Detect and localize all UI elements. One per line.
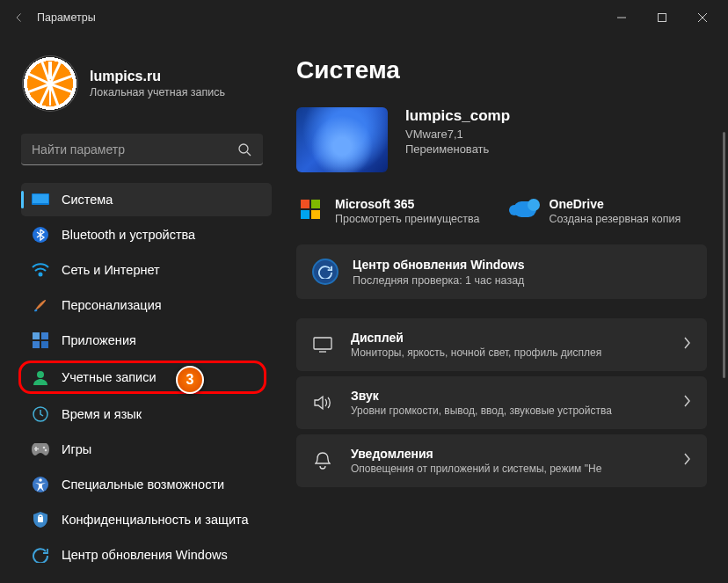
- user-block[interactable]: lumpics.ru Локальная учетная запись: [21, 44, 272, 130]
- card-sub: Оповещения от приложений и системы, режи…: [351, 463, 601, 475]
- chevron-right-icon: [682, 453, 691, 469]
- nav-personalization[interactable]: Персонализация: [21, 288, 272, 322]
- chevron-right-icon: [682, 395, 691, 411]
- nav-label: Время и язык: [62, 407, 142, 421]
- pc-wallpaper-thumb: [296, 107, 388, 172]
- card-sub: Мониторы, яркость, ночной свет, профиль …: [351, 346, 601, 359]
- window-close-button[interactable]: [682, 0, 723, 35]
- titlebar-title: Параметры: [37, 11, 96, 24]
- svg-point-1: [239, 144, 248, 153]
- display-icon: [32, 191, 49, 208]
- tile-title: Microsoft 365: [335, 197, 480, 211]
- pc-name: lumpics_comp: [405, 107, 510, 125]
- nav-apps[interactable]: Приложения: [21, 324, 272, 357]
- tile-sub: Создана резервная копия: [550, 213, 681, 225]
- sound-icon: [312, 392, 333, 413]
- update-icon: [312, 259, 339, 285]
- search-icon[interactable]: [226, 134, 263, 165]
- accessibility-icon: [32, 476, 49, 493]
- card-display[interactable]: Дисплей Мониторы, яркость, ночной свет, …: [296, 318, 707, 371]
- nav-label: Bluetooth и устройства: [62, 228, 195, 242]
- svg-rect-8: [33, 341, 40, 348]
- paintbrush-icon: [32, 296, 49, 314]
- nav-system[interactable]: Система: [21, 183, 272, 216]
- nav-label: Персонализация: [62, 298, 162, 312]
- apps-icon: [32, 332, 49, 349]
- microsoft-logo-icon: [298, 197, 323, 222]
- nav-label: Специальные возможности: [62, 477, 224, 492]
- nav: Система Bluetooth и устройства Сеть и Ин…: [21, 183, 272, 572]
- svg-rect-18: [314, 338, 331, 349]
- sidebar: lumpics.ru Локальная учетная запись Сист…: [0, 35, 277, 583]
- annotation-3-badge: 3: [176, 366, 204, 394]
- windows-update-tile[interactable]: Центр обновления Windows Последняя прове…: [296, 244, 707, 299]
- onedrive-icon: [513, 197, 537, 222]
- nav-gaming[interactable]: Игры: [21, 433, 272, 466]
- wifi-icon: [32, 261, 49, 279]
- nav-time-language[interactable]: Время и язык: [21, 397, 272, 431]
- display-outline-icon: [312, 334, 333, 355]
- window-minimize-button[interactable]: [601, 0, 642, 35]
- person-icon: [32, 368, 49, 386]
- svg-point-13: [45, 449, 47, 452]
- nav-label: Конфиденциальность и защита: [62, 513, 249, 527]
- window-maximize-button[interactable]: [642, 0, 682, 35]
- svg-point-5: [40, 273, 42, 276]
- card-title: Звук: [351, 389, 612, 403]
- pc-rename-link[interactable]: Переименовать: [405, 142, 510, 156]
- nav-label: Сеть и Интернет: [62, 263, 160, 277]
- card-notifications[interactable]: Уведомления Оповещения от приложений и с…: [296, 434, 707, 487]
- page-heading: Система: [296, 56, 707, 84]
- pc-model: VMware7,1: [405, 128, 510, 141]
- tile-title: OneDrive: [550, 197, 681, 211]
- titlebar: Параметры: [0, 0, 728, 35]
- nav-accounts[interactable]: Учетные записи: [18, 361, 266, 394]
- main-content: Система lumpics_comp VMware7,1 Переимено…: [277, 35, 728, 583]
- back-button[interactable]: [5, 0, 33, 35]
- user-type: Локальная учетная запись: [90, 86, 225, 98]
- nav-bluetooth[interactable]: Bluetooth и устройства: [21, 218, 272, 251]
- shield-icon: [32, 511, 49, 528]
- tile-onedrive[interactable]: OneDrive Создана резервная копия: [511, 193, 708, 229]
- card-title: Уведомления: [351, 447, 601, 461]
- svg-rect-9: [41, 341, 48, 348]
- svg-point-10: [37, 371, 44, 378]
- nav-label: Центр обновления Windows: [62, 548, 228, 562]
- nav-privacy[interactable]: Конфиденциальность и защита: [21, 503, 272, 536]
- bluetooth-icon: [32, 226, 49, 244]
- svg-rect-7: [41, 332, 48, 339]
- gamepad-icon: [32, 441, 49, 458]
- nav-label: Учетные записи: [62, 370, 157, 384]
- svg-rect-3: [33, 194, 48, 203]
- avatar: [23, 56, 77, 111]
- card-sub: Уровни громкости, вывод, ввод, звуковые …: [351, 404, 612, 417]
- user-name: lumpics.ru: [90, 69, 225, 84]
- svg-rect-0: [659, 14, 666, 22]
- svg-point-15: [39, 478, 42, 482]
- clock-globe-icon: [32, 405, 49, 423]
- nav-windows-update[interactable]: Центр обновления Windows: [21, 538, 272, 572]
- nav-network[interactable]: Сеть и Интернет: [21, 253, 272, 287]
- card-title: Дисплей: [351, 331, 601, 345]
- svg-point-12: [43, 447, 46, 449]
- tile-sub: Просмотреть преимущества: [335, 213, 480, 225]
- bell-icon: [312, 450, 333, 471]
- pc-header: lumpics_comp VMware7,1 Переименовать: [296, 107, 707, 172]
- nav-label: Система: [62, 193, 113, 207]
- svg-rect-6: [33, 332, 40, 339]
- nav-label: Игры: [62, 442, 91, 456]
- chevron-right-icon: [682, 337, 691, 353]
- scrollbar[interactable]: [723, 132, 725, 378]
- wu-sub: Последняя проверка: 1 час назад: [353, 274, 525, 287]
- wu-title: Центр обновления Windows: [353, 257, 525, 273]
- nav-accessibility[interactable]: Специальные возможности: [21, 468, 272, 501]
- tile-ms365[interactable]: Microsoft 365 Просмотреть преимущества: [296, 193, 493, 229]
- search-row: [21, 134, 263, 165]
- update-ring-icon: [32, 546, 49, 564]
- nav-label: Приложения: [62, 333, 136, 347]
- card-sound[interactable]: Звук Уровни громкости, вывод, ввод, звук…: [296, 376, 707, 429]
